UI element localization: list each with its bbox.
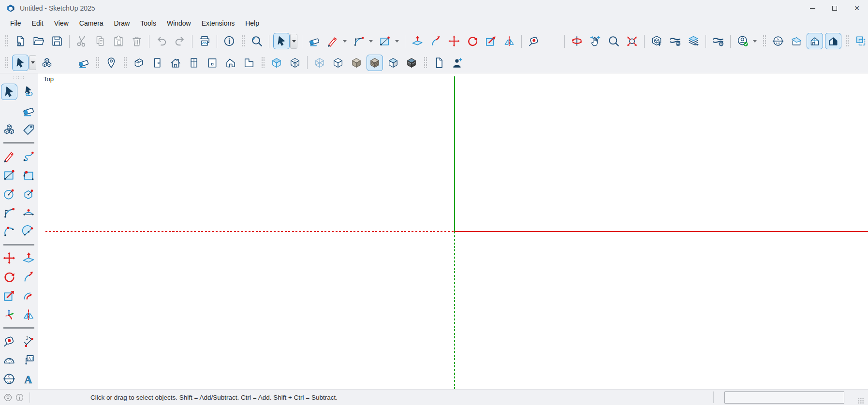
menu-draw[interactable]: Draw bbox=[109, 16, 135, 30]
search[interactable] bbox=[249, 33, 265, 49]
line-tool[interactable] bbox=[324, 33, 341, 49]
axes-tool[interactable] bbox=[1, 306, 17, 323]
tape-measure-tool[interactable] bbox=[526, 33, 542, 49]
component-window[interactable] bbox=[186, 55, 202, 71]
principal-toolbar-grip[interactable] bbox=[5, 57, 8, 69]
menu-help[interactable]: Help bbox=[240, 16, 265, 30]
tape-measure-tool-large[interactable] bbox=[1, 333, 17, 349]
add-person[interactable] bbox=[449, 55, 466, 71]
maximize-button[interactable] bbox=[824, 0, 846, 16]
component-roof[interactable] bbox=[222, 55, 239, 71]
rotate-tool[interactable] bbox=[464, 33, 481, 49]
extension-warehouse[interactable] bbox=[667, 33, 683, 49]
cut[interactable] bbox=[74, 33, 90, 49]
redo[interactable] bbox=[172, 33, 188, 49]
model-credits-info-icon[interactable] bbox=[15, 393, 24, 402]
print[interactable] bbox=[196, 33, 213, 49]
add-location[interactable] bbox=[103, 55, 119, 71]
eraser-tool[interactable] bbox=[306, 33, 323, 49]
components[interactable] bbox=[39, 55, 55, 71]
follow-me-tool[interactable] bbox=[427, 33, 444, 49]
select-tool-dropdown[interactable] bbox=[290, 34, 297, 49]
move-tool-large[interactable] bbox=[1, 250, 17, 266]
paint-bucket-tool-2[interactable] bbox=[57, 55, 74, 71]
flip-tool[interactable] bbox=[501, 33, 517, 49]
rotate-tool-large[interactable] bbox=[1, 269, 17, 285]
edit-toolbar-grip[interactable] bbox=[845, 35, 849, 47]
save-file[interactable] bbox=[49, 33, 65, 49]
paint-bucket-tool-large[interactable] bbox=[1, 102, 17, 119]
pages-toolbar-grip[interactable] bbox=[424, 57, 427, 69]
menu-extensions[interactable]: Extensions bbox=[196, 16, 240, 30]
scale-tool[interactable] bbox=[483, 33, 499, 49]
extension-manager[interactable] bbox=[710, 33, 726, 49]
components-large[interactable] bbox=[1, 121, 17, 138]
arc-tool-large[interactable] bbox=[1, 204, 17, 221]
component-house[interactable] bbox=[167, 55, 184, 71]
section-toolbar-grip[interactable] bbox=[763, 35, 766, 47]
resize-grip[interactable] bbox=[858, 398, 864, 404]
flip-tool-large[interactable] bbox=[20, 306, 37, 323]
face-style-shaded[interactable] bbox=[348, 55, 365, 71]
new-page[interactable] bbox=[431, 55, 447, 71]
menu-file[interactable]: File bbox=[5, 16, 27, 30]
menu-tools[interactable]: Tools bbox=[135, 16, 162, 30]
circle-tool[interactable] bbox=[1, 186, 17, 202]
section-plane-tool-large[interactable]: CA-B bbox=[1, 371, 17, 387]
undo[interactable] bbox=[153, 33, 170, 49]
geolocation-help-icon[interactable] bbox=[3, 393, 13, 402]
component-wall[interactable] bbox=[241, 55, 257, 71]
menu-window[interactable]: Window bbox=[162, 16, 196, 30]
measurements-input[interactable] bbox=[724, 391, 844, 404]
display-section-cuts[interactable] bbox=[807, 33, 823, 49]
orbit-tool[interactable] bbox=[569, 33, 585, 49]
rectangle-tool-large[interactable] bbox=[1, 167, 17, 183]
line-tool-dropdown-caret-icon[interactable] bbox=[343, 40, 347, 43]
three-point-arc-tool[interactable] bbox=[1, 223, 17, 240]
lasso-tool[interactable] bbox=[20, 84, 37, 100]
line-tool-large[interactable] bbox=[1, 148, 17, 164]
location-toolbar-grip[interactable] bbox=[96, 57, 99, 69]
push-pull-tool-large[interactable] bbox=[20, 250, 37, 266]
face-style-back-edges[interactable] bbox=[287, 55, 303, 71]
offset-tool[interactable] bbox=[20, 288, 37, 304]
scale-tool-large[interactable] bbox=[1, 288, 17, 304]
display-section-planes[interactable] bbox=[788, 33, 805, 49]
close-button[interactable]: ✕ bbox=[846, 0, 868, 16]
minimize-button[interactable] bbox=[801, 0, 824, 16]
arc-tool[interactable] bbox=[351, 33, 367, 49]
text-tool[interactable]: A1 bbox=[20, 352, 37, 368]
follow-me-tool-large[interactable] bbox=[20, 269, 37, 285]
component-cabinet[interactable] bbox=[204, 55, 221, 71]
large-tool-set-grip[interactable] bbox=[13, 76, 25, 79]
rectangle-tool[interactable] bbox=[377, 33, 393, 49]
menu-view[interactable]: View bbox=[49, 16, 74, 30]
paint-bucket-tool[interactable] bbox=[544, 33, 560, 49]
select-tool-large[interactable] bbox=[1, 84, 17, 100]
eraser-tool-2[interactable] bbox=[75, 55, 92, 71]
polygon-tool[interactable] bbox=[20, 186, 37, 202]
copy[interactable] bbox=[92, 33, 108, 49]
face-style-dark[interactable] bbox=[403, 55, 420, 71]
3d-text-tool[interactable]: A bbox=[20, 371, 37, 387]
open-file[interactable] bbox=[30, 33, 47, 49]
arc-tool-dropdown-caret-icon[interactable] bbox=[369, 40, 373, 43]
model-info[interactable] bbox=[221, 33, 237, 49]
standard-toolbar-grip[interactable] bbox=[5, 35, 8, 47]
dimensions-tool[interactable]: 3 bbox=[20, 333, 37, 349]
paste-in-place[interactable] bbox=[853, 33, 868, 49]
menu-camera[interactable]: Camera bbox=[74, 16, 109, 30]
components-toolbar-grip[interactable] bbox=[123, 57, 127, 69]
drawing-canvas[interactable]: Top bbox=[38, 73, 868, 389]
push-pull-tool[interactable] bbox=[409, 33, 426, 49]
menu-edit[interactable]: Edit bbox=[27, 16, 49, 30]
face-style-wireframe[interactable] bbox=[311, 55, 328, 71]
select-tool[interactable] bbox=[273, 33, 290, 49]
pan-tool[interactable] bbox=[587, 33, 603, 49]
send-to-layout[interactable] bbox=[685, 33, 702, 49]
delete[interactable] bbox=[129, 33, 145, 49]
zoom-extents[interactable] bbox=[624, 33, 640, 49]
paste[interactable] bbox=[110, 33, 127, 49]
component-shed[interactable] bbox=[131, 55, 147, 71]
section-plane-tool[interactable]: CA-B bbox=[770, 33, 786, 49]
